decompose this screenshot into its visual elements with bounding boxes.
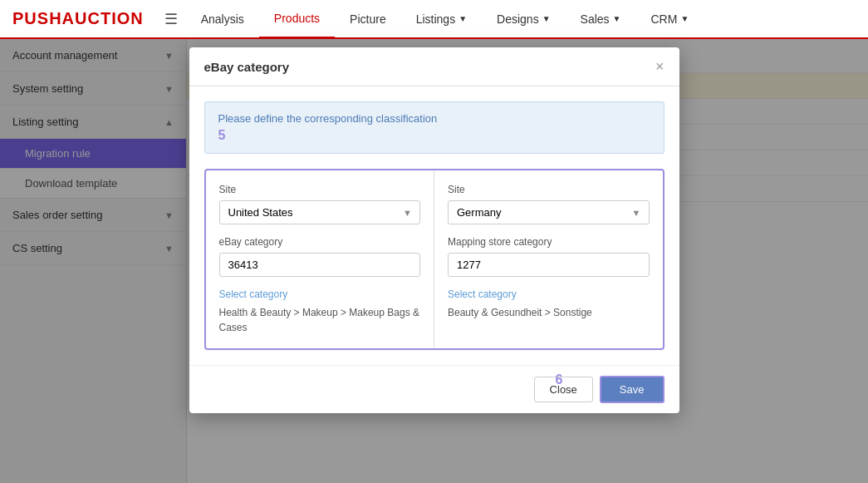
right-site-select[interactable]: GermanyUnited StatesUKAustralia (448, 200, 650, 224)
modal-close-button[interactable]: × (655, 59, 664, 74)
modal-footer: 6 Close Save (189, 365, 679, 413)
info-text: Please define the corresponding classifi… (218, 112, 438, 125)
right-select-category-link[interactable]: Select category (448, 288, 650, 300)
right-category-path: Beauty & Gesundheit > Sonstige (448, 305, 650, 320)
nav-analysis[interactable]: Analysis (186, 0, 259, 38)
nav-designs[interactable]: Designs ▼ (482, 0, 566, 38)
close-button[interactable]: Close (534, 377, 593, 402)
top-nav: PUSHAUCTION ☰ Analysis Products Picture … (0, 0, 868, 39)
left-select-category-link[interactable]: Select category (219, 288, 421, 300)
hamburger-menu[interactable]: ☰ (156, 10, 186, 28)
left-site-select[interactable]: United StatesGermanyUKAustralia (219, 200, 421, 224)
right-site-select-wrapper: GermanyUnited StatesUKAustralia ▼ (448, 200, 650, 224)
right-mapping-category-label: Mapping store category (448, 236, 650, 248)
left-category-field: eBay category (219, 236, 421, 277)
modal-header: eBay category × (189, 47, 679, 86)
nav-items: Analysis Products Picture Listings ▼ Des… (186, 0, 704, 38)
logo-text: PUSHAUCTION (12, 9, 144, 27)
right-column: Site GermanyUnited StatesUKAustralia ▼ M… (434, 170, 663, 348)
left-site-select-wrapper: United StatesGermanyUKAustralia ▼ (219, 200, 421, 224)
step-6-label: 6 (556, 372, 563, 387)
modal-body: Please define the corresponding classifi… (189, 86, 679, 365)
ebay-category-modal: eBay category × Please define the corres… (189, 47, 679, 413)
left-column: Site United StatesGermanyUKAustralia ▼ e… (206, 170, 435, 348)
nav-products[interactable]: Products (259, 0, 335, 38)
right-site-label: Site (448, 184, 650, 195)
left-ebay-category-label: eBay category (219, 236, 421, 248)
designs-caret-icon: ▼ (542, 14, 551, 23)
left-site-field: Site United StatesGermanyUKAustralia ▼ (219, 184, 421, 224)
modal-title: eBay category (204, 60, 290, 74)
nav-listings[interactable]: Listings ▼ (401, 0, 482, 38)
logo: PUSHAUCTION (0, 9, 156, 28)
modal-columns: Site United StatesGermanyUKAustralia ▼ e… (204, 169, 664, 350)
nav-sales[interactable]: Sales ▼ (566, 0, 636, 38)
right-mapping-category-input[interactable] (448, 253, 650, 277)
step-5-label: 5 (218, 128, 650, 143)
nav-picture[interactable]: Picture (335, 0, 401, 38)
listings-caret-icon: ▼ (459, 14, 467, 23)
modal-overlay: eBay category × Please define the corres… (0, 39, 868, 483)
sales-caret-icon: ▼ (613, 14, 621, 23)
left-ebay-category-input[interactable] (219, 253, 421, 277)
info-banner: Please define the corresponding classifi… (204, 101, 664, 154)
left-site-label: Site (219, 184, 421, 195)
right-site-field: Site GermanyUnited StatesUKAustralia ▼ (448, 184, 650, 224)
nav-crm[interactable]: CRM ▼ (635, 0, 704, 38)
crm-caret-icon: ▼ (680, 14, 689, 23)
left-category-path: Health & Beauty > Makeup > Makeup Bags &… (219, 305, 421, 335)
save-button[interactable]: Save (600, 376, 664, 403)
right-category-field: Mapping store category (448, 236, 650, 277)
